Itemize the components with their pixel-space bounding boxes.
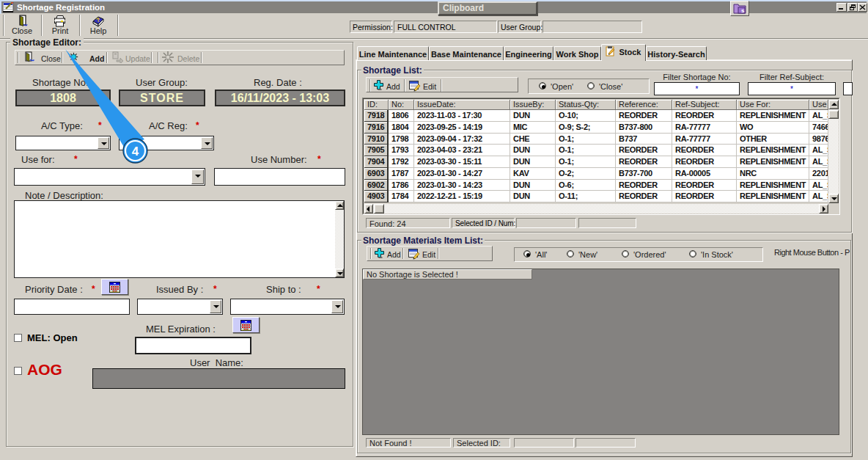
svg-text:4: 4 (132, 145, 139, 158)
svg-text:s: s (741, 7, 745, 14)
